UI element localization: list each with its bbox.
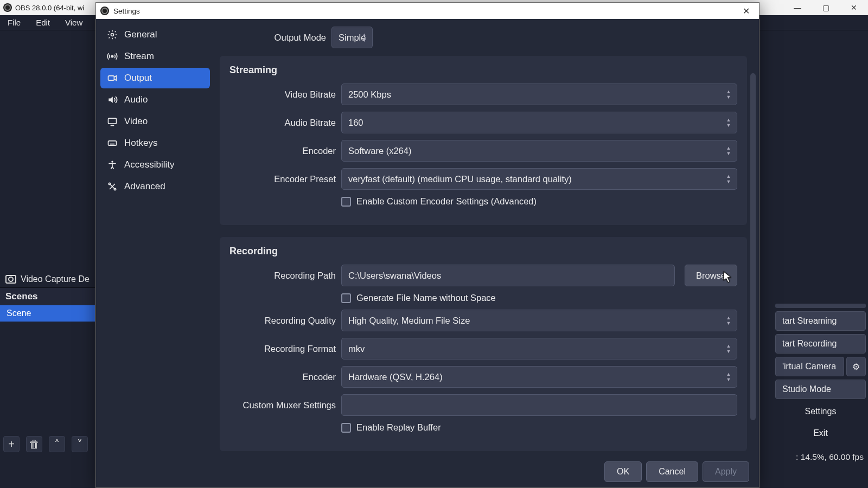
video-bitrate-label: Video Bitrate xyxy=(229,89,336,100)
scrollbar-thumb[interactable] xyxy=(750,73,756,420)
move-down-button[interactable]: ˅ xyxy=(72,436,88,452)
chevron-down-icon: ▼ xyxy=(724,377,733,382)
obs-close-button[interactable]: ✕ xyxy=(840,0,868,15)
menu-file[interactable]: File xyxy=(3,17,25,28)
keyboard-icon xyxy=(107,138,118,149)
recording-path-input[interactable] xyxy=(341,265,675,286)
audio-bitrate-label: Audio Bitrate xyxy=(229,118,336,128)
replay-buffer-checkbox[interactable] xyxy=(341,423,351,433)
settings-close-button[interactable]: ✕ xyxy=(733,3,759,19)
dialog-button-row: OK Cancel Apply xyxy=(604,461,749,482)
ok-button[interactable]: OK xyxy=(604,461,642,482)
svg-rect-2 xyxy=(108,76,114,80)
start-recording-button[interactable]: tart Recording xyxy=(775,334,866,354)
menu-edit[interactable]: Edit xyxy=(31,17,54,28)
recording-path-value[interactable] xyxy=(348,271,668,281)
encoder-preset-select[interactable]: veryfast (default) (medium CPU usage, st… xyxy=(341,168,737,190)
chevron-up-icon: ▲ xyxy=(359,33,369,37)
panel-title-recording: Recording xyxy=(229,246,737,257)
chevron-up-icon: ▲ xyxy=(724,118,733,122)
sidebar-label: Stream xyxy=(124,51,154,62)
start-streaming-button[interactable]: tart Streaming xyxy=(775,311,866,331)
recording-encoder-label: Encoder xyxy=(229,372,336,382)
chevron-up-icon: ▲ xyxy=(724,344,733,348)
add-scene-button[interactable]: + xyxy=(3,436,20,452)
virtual-camera-settings-button[interactable]: ⚙ xyxy=(846,357,866,376)
replay-buffer-label: Enable Replay Buffer xyxy=(356,422,441,433)
settings-logo-icon xyxy=(100,7,109,15)
sidebar-label: Audio xyxy=(124,94,148,105)
move-up-button[interactable]: ˄ xyxy=(49,436,65,452)
menu-view[interactable]: View xyxy=(61,17,87,28)
audio-bitrate-value: 160 xyxy=(348,118,363,128)
sidebar-item-audio[interactable]: Audio xyxy=(100,89,210,110)
recording-format-value: mkv xyxy=(348,344,365,354)
sidebar-label: Video xyxy=(124,116,148,127)
chevron-down-icon: ▼ xyxy=(724,123,733,127)
sidebar-item-advanced[interactable]: Advanced xyxy=(100,176,210,197)
scenes-panel-header: Scenes xyxy=(0,287,95,305)
settings-sidebar: General Stream Output Audio Video Hotkey… xyxy=(96,19,214,487)
controls-panel: tart Streaming tart Recording 'irtual Ca… xyxy=(773,304,868,442)
obs-minimize-button[interactable]: — xyxy=(783,0,812,15)
obs-title: OBS 28.0.0 (64-bit, wi xyxy=(15,4,84,12)
status-bar: : 14.5%, 60.00 fps xyxy=(796,452,864,462)
chevron-down-icon: ▼ xyxy=(724,95,733,99)
audio-bitrate-select[interactable]: 160 ▲▼ xyxy=(341,112,737,133)
video-bitrate-value: 2500 Kbps xyxy=(348,89,391,100)
sidebar-label: General xyxy=(124,29,157,40)
generate-no-space-checkbox[interactable] xyxy=(341,293,351,303)
sidebar-item-hotkeys[interactable]: Hotkeys xyxy=(100,133,210,153)
enable-custom-encoder-checkbox[interactable] xyxy=(341,197,351,207)
output-icon xyxy=(107,73,118,84)
antenna-icon xyxy=(107,51,118,62)
svg-point-1 xyxy=(111,55,113,57)
cancel-button[interactable]: Cancel xyxy=(646,461,698,482)
exit-button[interactable]: Exit xyxy=(775,424,866,442)
sidebar-label: Output xyxy=(124,73,152,84)
panel-title-streaming: Streaming xyxy=(229,65,737,76)
chevron-down-icon: ▼ xyxy=(359,38,369,42)
chevron-up-icon: ▲ xyxy=(724,89,733,94)
recording-quality-select[interactable]: High Quality, Medium File Size ▲▼ xyxy=(341,310,737,331)
scene-item[interactable]: Scene xyxy=(0,305,95,322)
streaming-encoder-label: Encoder xyxy=(229,146,336,156)
sidebar-item-accessibility[interactable]: Accessibility xyxy=(100,155,210,175)
source-video-capture[interactable]: Video Capture De xyxy=(0,271,95,287)
chevron-up-icon: ▲ xyxy=(724,174,733,178)
sidebar-item-output[interactable]: Output xyxy=(100,68,210,88)
recording-encoder-select[interactable]: Hardware (QSV, H.264) ▲▼ xyxy=(341,366,737,388)
chevron-up-icon: ▲ xyxy=(724,146,733,150)
video-bitrate-input[interactable]: 2500 Kbps ▲▼ xyxy=(341,84,737,105)
sidebar-label: Advanced xyxy=(124,181,165,192)
generate-no-space-label: Generate File Name without Space xyxy=(356,293,496,303)
recording-format-select[interactable]: mkv ▲▼ xyxy=(341,338,737,359)
tools-icon xyxy=(107,181,118,192)
streaming-encoder-select[interactable]: Software (x264) ▲▼ xyxy=(341,140,737,162)
studio-mode-button[interactable]: Studio Mode xyxy=(775,380,866,399)
delete-scene-button[interactable]: 🗑 xyxy=(26,436,42,452)
muxer-input[interactable] xyxy=(341,394,737,416)
obs-maximize-button[interactable]: ▢ xyxy=(812,0,840,15)
sidebar-item-general[interactable]: General xyxy=(100,24,210,45)
chevron-down-icon: ▼ xyxy=(724,151,733,156)
chevron-up-icon: ▲ xyxy=(724,372,733,376)
partial-control xyxy=(775,304,866,308)
recording-panel: Recording Recording Path Browse Generate… xyxy=(220,237,747,451)
muxer-value[interactable] xyxy=(348,400,730,410)
sidebar-label: Hotkeys xyxy=(124,138,157,149)
chevron-up-icon: ▲ xyxy=(724,316,733,320)
recording-path-label: Recording Path xyxy=(229,271,336,281)
settings-button[interactable]: Settings xyxy=(775,402,866,421)
sidebar-item-stream[interactable]: Stream xyxy=(100,46,210,67)
recording-quality-label: Recording Quality xyxy=(229,316,336,326)
output-mode-select[interactable]: Simple ▲▼ xyxy=(331,27,373,48)
sidebar-item-video[interactable]: Video xyxy=(100,111,210,132)
svg-point-0 xyxy=(111,34,114,36)
scrollbar[interactable] xyxy=(750,73,756,442)
apply-button[interactable]: Apply xyxy=(703,461,749,482)
virtual-camera-button[interactable]: 'irtual Camera xyxy=(775,357,844,376)
browse-button[interactable]: Browse xyxy=(685,265,737,286)
settings-content: Output Mode Simple ▲▼ Streaming Video Bi… xyxy=(214,19,759,487)
settings-titlebar: Settings ✕ xyxy=(96,3,759,19)
